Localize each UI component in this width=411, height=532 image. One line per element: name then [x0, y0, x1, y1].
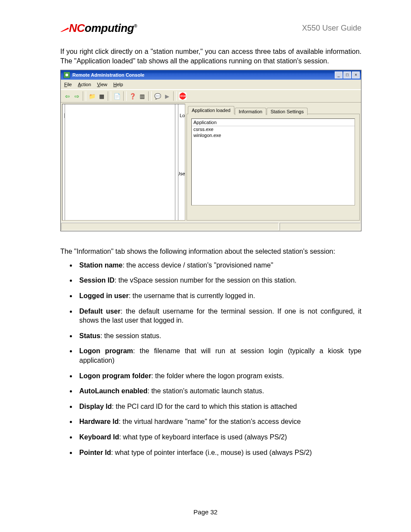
- tab-application-loaded[interactable]: Application loaded: [188, 106, 234, 114]
- titlebar[interactable]: Remote Administration Console _ □ ×: [61, 70, 361, 80]
- list-item: Station name: the access device / statio…: [77, 261, 361, 270]
- list-item: Logon program folder: the folder where t…: [77, 371, 361, 381]
- document-page: NComputing® X550 User Guide If you right…: [0, 0, 411, 532]
- right-pane: Application loaded Information Station S…: [187, 104, 360, 221]
- help-icon[interactable]: ❓: [129, 92, 137, 100]
- list-item: Default user: the default username for t…: [77, 307, 361, 325]
- list-item: Hardware Id: the virtual hardware "name"…: [77, 417, 361, 426]
- list-item: Display Id: the PCI card ID for the card…: [77, 402, 361, 411]
- play-icon[interactable]: ▶: [163, 92, 171, 100]
- back-icon[interactable]: ⇦: [63, 92, 71, 100]
- menu-view[interactable]: View: [97, 82, 107, 87]
- user-icon: [65, 104, 175, 221]
- intro-paragraph: If you right click directly on a "statio…: [60, 47, 361, 65]
- tree-pane[interactable]: Settings -Local Settings -X550 (5-head) …: [62, 104, 185, 221]
- statusbar: [61, 222, 361, 231]
- logo-swoosh-icon: [60, 28, 69, 32]
- app-icon: [63, 72, 70, 78]
- window-body: Settings -Local Settings -X550 (5-head) …: [61, 103, 361, 222]
- page-header: NComputing® X550 User Guide: [60, 22, 361, 35]
- maximize-button[interactable]: □: [343, 72, 351, 78]
- menu-action[interactable]: Action: [78, 82, 91, 87]
- bubble-icon[interactable]: 💬: [154, 92, 162, 100]
- list-item: Status: the session status.: [77, 331, 361, 341]
- doc-icon[interactable]: 📄: [113, 92, 121, 100]
- app-row[interactable]: csrss.exe: [192, 126, 355, 132]
- list-item: Keyboard Id: what type of keyboard inter…: [77, 432, 361, 442]
- columns-icon[interactable]: ▥: [138, 92, 146, 100]
- tab-station-settings[interactable]: Station Settings: [267, 108, 308, 115]
- logo-n: NC: [69, 22, 85, 34]
- page-number: Page 32: [0, 508, 411, 516]
- tree-local[interactable]: Local Settings: [180, 112, 185, 119]
- tab-body: Application csrss.exe winlogon.exe: [187, 114, 360, 221]
- list-item: Session ID: the vSpace session number fo…: [77, 276, 361, 285]
- list-item: Pointer Id: what type of pointer interfa…: [77, 448, 361, 457]
- up-folder-icon[interactable]: 📁: [88, 92, 96, 100]
- tab-information[interactable]: Information: [235, 108, 266, 115]
- logo: NComputing®: [60, 22, 137, 35]
- window-title: Remote Administration Console: [72, 72, 144, 78]
- stop-icon[interactable]: STOP: [179, 92, 187, 100]
- app-window: Remote Administration Console _ □ × File…: [60, 70, 361, 231]
- guide-title: X550 User Guide: [302, 24, 361, 33]
- menu-file[interactable]: File: [64, 82, 72, 87]
- app-row[interactable]: winlogon.exe: [192, 132, 355, 138]
- logo-registered: ®: [134, 24, 137, 28]
- info-bullet-list: Station name: the access device / statio…: [77, 261, 361, 457]
- toolbar: ⇦ ⇨ 📁 ▦ 📄 ❓ ▥ 💬 ▶ STOP: [61, 90, 361, 103]
- application-list[interactable]: Application csrss.exe winlogon.exe: [191, 118, 355, 205]
- close-button[interactable]: ×: [352, 72, 360, 78]
- logo-rest: omputing: [85, 22, 134, 34]
- info-paragraph: The "Information" tab shows the followin…: [60, 247, 361, 256]
- list-item: Logon program: the filename that will ru…: [77, 346, 361, 365]
- grid-icon[interactable]: ▦: [98, 92, 106, 100]
- menu-help[interactable]: Help: [113, 82, 123, 87]
- minimize-button[interactable]: _: [335, 72, 342, 78]
- tab-strip: Application loaded Information Station S…: [187, 104, 360, 114]
- forward-icon[interactable]: ⇨: [73, 92, 81, 100]
- list-item: AutoLaunch enabled: the station's automa…: [77, 386, 361, 396]
- list-item: Logged in user: the username that is cur…: [77, 291, 361, 301]
- column-header-application[interactable]: Application: [192, 119, 355, 126]
- menubar: File Action View Help: [61, 80, 361, 90]
